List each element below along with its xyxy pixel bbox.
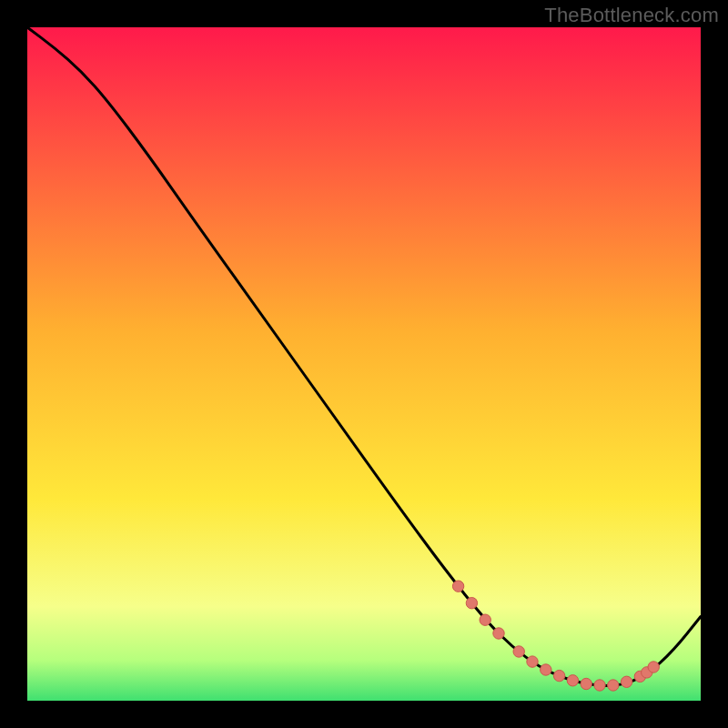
- chart-svg: [27, 27, 701, 701]
- data-marker: [541, 664, 551, 675]
- plot-area: [27, 27, 701, 701]
- data-marker: [553, 670, 564, 681]
- data-marker: [567, 675, 578, 686]
- data-marker: [527, 656, 538, 667]
- watermark-text: TheBottleneck.com: [544, 4, 719, 27]
- data-marker: [493, 628, 504, 639]
- data-marker: [608, 680, 619, 691]
- data-marker: [621, 676, 632, 687]
- data-marker: [581, 678, 592, 689]
- data-marker: [648, 662, 659, 672]
- data-marker: [513, 646, 524, 657]
- data-marker: [452, 581, 463, 592]
- data-marker: [594, 680, 605, 691]
- data-marker: [480, 614, 490, 625]
- data-marker: [466, 598, 477, 609]
- chart-frame: TheBottleneck.com: [0, 0, 728, 728]
